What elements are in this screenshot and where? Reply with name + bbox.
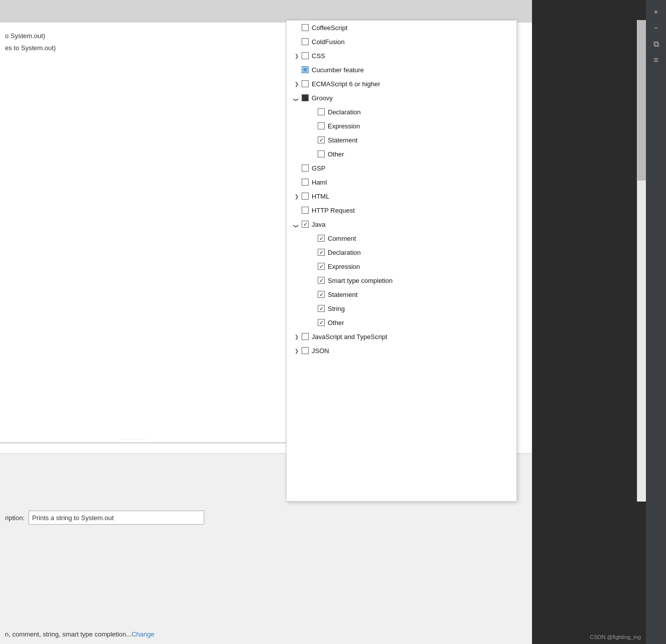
scroll-thumb[interactable] <box>637 20 646 181</box>
expander-java-comment[interactable] <box>309 234 317 242</box>
checkbox-cucumber[interactable] <box>302 66 309 73</box>
item-label-groovy-declaration: Declaration <box>328 108 361 116</box>
item-label-java-smart-type: Smart type completion <box>328 277 392 284</box>
expander-java-statement[interactable] <box>309 290 317 298</box>
checkbox-java-expression[interactable] <box>318 263 325 270</box>
description-input[interactable] <box>29 511 204 525</box>
checkbox-java-smart-type[interactable] <box>318 277 325 284</box>
list-icon[interactable]: ≡ <box>649 53 663 67</box>
expander-javascript-typescript[interactable]: ❯ <box>293 333 301 341</box>
tree-item-javascript-typescript[interactable]: ❯JavaScript and TypeScript <box>287 330 516 344</box>
tree-item-ecmascript[interactable]: ❯ECMAScript 6 or higher <box>287 77 516 91</box>
expander-groovy-declaration[interactable] <box>309 108 317 116</box>
item-label-java-string: String <box>328 305 345 312</box>
checkbox-gsp[interactable] <box>302 165 309 172</box>
tree-item-groovy[interactable]: ❮Groovy <box>287 91 516 105</box>
checkbox-coldfusion[interactable] <box>302 38 309 45</box>
expander-html[interactable]: ❯ <box>293 192 301 200</box>
tree-item-coffeescript[interactable]: CoffeeScript <box>287 21 516 35</box>
expander-java-expression[interactable] <box>309 262 317 270</box>
tree-item-json[interactable]: ❯JSON <box>287 344 516 358</box>
tree-item-java-smart-type[interactable]: Smart type completion <box>287 273 516 287</box>
tree-item-groovy-expression[interactable]: Expression <box>287 119 516 133</box>
tree-item-groovy-declaration[interactable]: Declaration <box>287 105 516 119</box>
checkbox-haml[interactable] <box>302 179 309 186</box>
zoom-in-icon[interactable]: + <box>649 5 663 19</box>
item-label-java-other: Other <box>328 319 344 327</box>
checkbox-http-request[interactable] <box>302 207 309 214</box>
zoom-out-icon[interactable]: − <box>649 21 663 35</box>
watermark: CSDN @fighting_ing <box>590 634 641 640</box>
scrollbar[interactable] <box>637 20 646 502</box>
right-sidebar: + − ⧉ ≡ <box>646 0 666 644</box>
checkbox-java-other[interactable] <box>318 319 325 326</box>
tree-item-java-statement[interactable]: Statement <box>287 287 516 301</box>
expander-cucumber[interactable] <box>293 66 301 74</box>
checkbox-groovy[interactable] <box>302 94 309 101</box>
item-label-groovy-statement: Statement <box>328 136 357 144</box>
tree-item-java[interactable]: ❮Java <box>287 217 516 231</box>
item-label-groovy-other: Other <box>328 150 344 158</box>
item-label-css: CSS <box>312 52 325 60</box>
expander-http-request[interactable] <box>293 206 301 214</box>
item-label-groovy-expression: Expression <box>328 122 360 130</box>
tree-item-java-comment[interactable]: Comment <box>287 231 516 245</box>
checkbox-javascript-typescript[interactable] <box>302 333 309 340</box>
checkbox-java-declaration[interactable] <box>318 249 325 256</box>
tree-item-haml[interactable]: Haml <box>287 175 516 189</box>
tree-item-coldfusion[interactable]: ColdFusion <box>287 35 516 49</box>
item-label-json: JSON <box>312 347 329 355</box>
checkbox-ecmascript[interactable] <box>302 80 309 87</box>
footer-text: n, comment, string, smart type completio… <box>5 630 155 638</box>
expander-groovy-statement[interactable] <box>309 136 317 144</box>
expander-json[interactable]: ❯ <box>293 347 301 355</box>
tree-item-groovy-statement[interactable]: Statement <box>287 133 516 147</box>
checkbox-html[interactable] <box>302 193 309 200</box>
item-label-haml: Haml <box>312 179 327 186</box>
checkbox-java[interactable] <box>302 221 309 228</box>
item-label-coffeescript: CoffeeScript <box>312 24 347 32</box>
tree-item-cucumber[interactable]: Cucumber feature <box>287 63 516 77</box>
tree-item-java-declaration[interactable]: Declaration <box>287 245 516 259</box>
change-link[interactable]: Change <box>131 630 155 638</box>
expander-coldfusion[interactable] <box>293 38 301 46</box>
description-row: ription: <box>0 507 301 529</box>
tree-item-gsp[interactable]: GSP <box>287 161 516 175</box>
checkbox-groovy-other[interactable] <box>318 150 325 157</box>
tree-item-html[interactable]: ❯HTML <box>287 189 516 203</box>
resize-handle[interactable]: · · · · · · · <box>120 437 148 442</box>
checkbox-groovy-expression[interactable] <box>318 122 325 129</box>
expander-gsp[interactable] <box>293 164 301 172</box>
expander-java-smart-type[interactable] <box>309 276 317 284</box>
expander-haml[interactable] <box>293 178 301 186</box>
editor-content: o System.out) es to System.out) <box>5 30 56 54</box>
tree-item-groovy-other[interactable]: Other <box>287 147 516 161</box>
item-label-html: HTML <box>312 193 329 200</box>
checkbox-java-comment[interactable] <box>318 235 325 242</box>
checkbox-coffeescript[interactable] <box>302 24 309 31</box>
expander-java-other[interactable] <box>309 318 317 327</box>
tree-item-java-string[interactable]: String <box>287 301 516 315</box>
description-label: ription: <box>5 514 25 522</box>
tree-item-java-other[interactable]: Other <box>287 315 516 330</box>
tree-item-http-request[interactable]: HTTP Request <box>287 203 516 217</box>
checkbox-java-string[interactable] <box>318 305 325 312</box>
expander-java[interactable]: ❮ <box>293 220 301 228</box>
expander-groovy[interactable]: ❮ <box>293 94 301 102</box>
expander-java-declaration[interactable] <box>309 248 317 256</box>
expander-java-string[interactable] <box>309 304 317 312</box>
checkbox-groovy-statement[interactable] <box>318 136 325 143</box>
tree-item-java-expression[interactable]: Expression <box>287 259 516 273</box>
tree-item-css[interactable]: ❯CSS <box>287 49 516 63</box>
checkbox-json[interactable] <box>302 347 309 354</box>
expander-groovy-other[interactable] <box>309 150 317 158</box>
expander-css[interactable]: ❯ <box>293 52 301 60</box>
checkbox-java-statement[interactable] <box>318 291 325 298</box>
item-label-java-declaration: Declaration <box>328 249 361 256</box>
copy-icon[interactable]: ⧉ <box>649 37 663 51</box>
expander-coffeescript[interactable] <box>293 24 301 32</box>
expander-groovy-expression[interactable] <box>309 122 317 130</box>
checkbox-groovy-declaration[interactable] <box>318 108 325 115</box>
expander-ecmascript[interactable]: ❯ <box>293 80 301 88</box>
checkbox-css[interactable] <box>302 52 309 59</box>
